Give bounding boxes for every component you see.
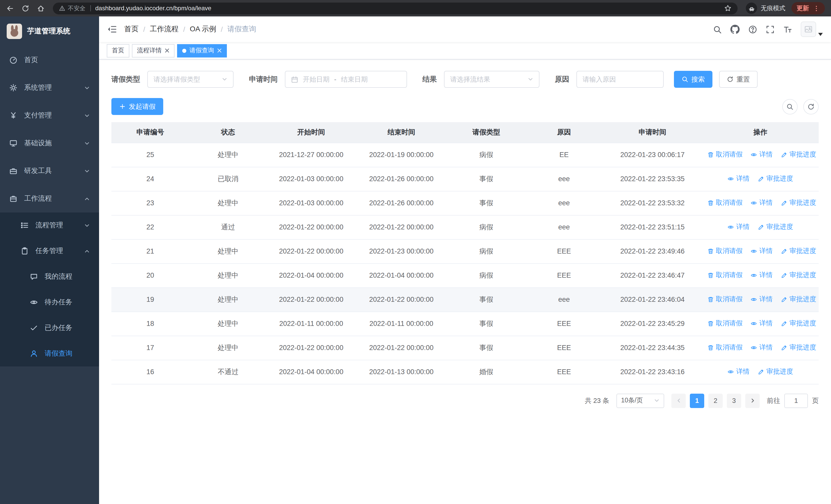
help-icon[interactable] — [748, 25, 757, 34]
breadcrumb: 首页 / 工作流程 / OA 示例 / 请假查询 — [124, 25, 256, 34]
browser-update-button[interactable]: 更新 — [792, 2, 825, 14]
approval-progress-link[interactable]: 审批进度 — [781, 150, 816, 159]
page-button-2[interactable]: 2 — [708, 393, 723, 408]
app-logo[interactable]: 芋道管理系统 — [0, 17, 99, 46]
approval-progress-link[interactable]: 审批进度 — [781, 247, 816, 256]
page-jump-input[interactable] — [784, 393, 808, 408]
sidebar-item-my-process[interactable]: 我的流程 — [0, 264, 99, 290]
breadcrumb-home[interactable]: 首页 — [124, 25, 139, 34]
prev-page-button[interactable] — [671, 393, 686, 408]
security-warning[interactable]: 不安全 — [59, 4, 85, 12]
address-bar[interactable]: 不安全 dashboard.yudao.iocoder.cn/bpm/oa/le… — [53, 2, 738, 14]
sidebar-item-todo-tasks[interactable]: 待办任务 — [0, 290, 99, 315]
page-jumper: 前往 页 — [767, 393, 819, 408]
approval-progress-link[interactable]: 审批进度 — [781, 319, 816, 328]
sidebar-item-system-management[interactable]: 系统管理 — [0, 74, 99, 101]
tab-home[interactable]: 首页 — [107, 44, 130, 57]
search-button[interactable]: 搜索 — [674, 71, 712, 88]
cell-end-time: 2022-01-11 00:00:00 — [355, 312, 447, 336]
cell-reason: EEE — [525, 336, 603, 360]
cell-status: 处理中 — [189, 191, 267, 215]
close-tab-icon[interactable] — [217, 48, 222, 53]
tab-process-detail[interactable]: 流程详情 — [132, 44, 174, 57]
create-leave-button[interactable]: 发起请假 — [111, 98, 163, 115]
apply-time-range-picker[interactable]: 开始日期 - 结束日期 — [285, 71, 407, 88]
sidebar-item-home[interactable]: 首页 — [0, 46, 99, 74]
close-tab-icon[interactable] — [165, 48, 169, 53]
leave-type-select[interactable]: 请选择请假类型 — [147, 71, 233, 88]
back-icon[interactable] — [6, 4, 14, 12]
home-icon[interactable] — [37, 4, 45, 12]
sidebar-item-done-tasks[interactable]: 已办任务 — [0, 315, 99, 341]
search-icon — [786, 103, 794, 110]
search-icon[interactable] — [713, 25, 722, 34]
page-button-1[interactable]: 1 — [690, 393, 704, 408]
chevron-down-icon — [654, 398, 660, 404]
cell-apply-id: 21 — [111, 239, 189, 263]
sidebar-item-payment-management[interactable]: 支付管理 — [0, 101, 99, 129]
cell-leave-type: 病假 — [447, 263, 525, 288]
detail-link[interactable]: 详情 — [751, 150, 773, 159]
cancel-leave-link[interactable]: 取消请假 — [707, 343, 742, 352]
cancel-leave-link[interactable]: 取消请假 — [707, 319, 742, 328]
cell-apply-id: 17 — [111, 336, 189, 360]
edit-pen-icon — [781, 296, 787, 303]
approval-progress-link[interactable]: 审批进度 — [757, 223, 793, 232]
screen: 不安全 dashboard.yudao.iocoder.cn/bpm/oa/le… — [0, 0, 831, 504]
detail-link[interactable]: 详情 — [751, 343, 773, 352]
reason-input[interactable] — [582, 76, 658, 83]
cell-apply-id: 24 — [111, 167, 189, 191]
sidebar-item-process-management[interactable]: 流程管理 — [0, 212, 99, 238]
next-page-button[interactable] — [745, 393, 760, 408]
sidebar-item-task-management[interactable]: 任务管理 — [0, 238, 99, 264]
sidebar-item-leave-query[interactable]: 请假查询 — [0, 341, 99, 366]
page-button-3[interactable]: 3 — [727, 393, 741, 408]
trash-icon — [707, 272, 714, 279]
detail-link[interactable]: 详情 — [751, 271, 773, 280]
cancel-leave-link[interactable]: 取消请假 — [707, 198, 742, 208]
approval-progress-link[interactable]: 审批进度 — [781, 198, 816, 208]
tab-leave-query[interactable]: 请假查询 — [177, 44, 227, 57]
detail-link[interactable]: 详情 — [727, 174, 750, 183]
edit-pen-icon — [781, 248, 787, 255]
user-menu[interactable] — [801, 22, 823, 37]
page-buttons: 1 2 3 — [671, 393, 760, 408]
font-size-icon[interactable] — [783, 25, 792, 34]
sidebar-item-infrastructure[interactable]: 基础设施 — [0, 129, 99, 157]
cancel-leave-link[interactable]: 取消请假 — [707, 247, 742, 256]
detail-link[interactable]: 详情 — [727, 367, 750, 377]
detail-link[interactable]: 详情 — [751, 198, 773, 208]
col-apply-time: 申请时间 — [603, 122, 702, 143]
sidebar-item-dev-tools[interactable]: 研发工具 — [0, 157, 99, 185]
toggle-search-button[interactable] — [782, 99, 798, 114]
breadcrumb-oa-example[interactable]: OA 示例 — [190, 25, 216, 34]
detail-link[interactable]: 详情 — [751, 295, 773, 304]
detail-link[interactable]: 详情 — [751, 319, 773, 328]
approval-progress-link[interactable]: 审批进度 — [757, 367, 793, 377]
detail-link[interactable]: 详情 — [751, 247, 773, 256]
sidebar-item-workflow[interactable]: 工作流程 — [0, 185, 99, 212]
approval-progress-link[interactable]: 审批进度 — [757, 174, 793, 183]
approval-progress-link[interactable]: 审批进度 — [781, 295, 816, 304]
sidebar-collapse-icon[interactable] — [107, 25, 116, 34]
reload-icon[interactable] — [22, 4, 29, 12]
breadcrumb-workflow[interactable]: 工作流程 — [150, 25, 179, 34]
cell-apply-id: 19 — [111, 288, 189, 312]
refresh-table-button[interactable] — [803, 99, 819, 114]
cell-apply-time: 2022-01-22 23:46:04 — [603, 288, 702, 312]
cancel-leave-link[interactable]: 取消请假 — [707, 271, 742, 280]
trash-icon — [707, 248, 714, 255]
approval-progress-link[interactable]: 审批进度 — [781, 343, 816, 352]
reset-button[interactable]: 重置 — [719, 71, 757, 88]
result-select[interactable]: 请选择流结果 — [444, 71, 540, 88]
edit-pen-icon — [781, 345, 787, 351]
cell-start-time: 2022-01-11 00:00:00 — [267, 312, 355, 336]
detail-link[interactable]: 详情 — [727, 223, 750, 232]
github-icon[interactable] — [730, 25, 740, 34]
cancel-leave-link[interactable]: 取消请假 — [707, 150, 742, 159]
bookmark-star-icon[interactable] — [724, 5, 732, 12]
cancel-leave-link[interactable]: 取消请假 — [707, 295, 742, 304]
fullscreen-icon[interactable] — [766, 25, 775, 34]
approval-progress-link[interactable]: 审批进度 — [781, 271, 816, 280]
page-size-select[interactable]: 10条/页 — [617, 393, 664, 408]
